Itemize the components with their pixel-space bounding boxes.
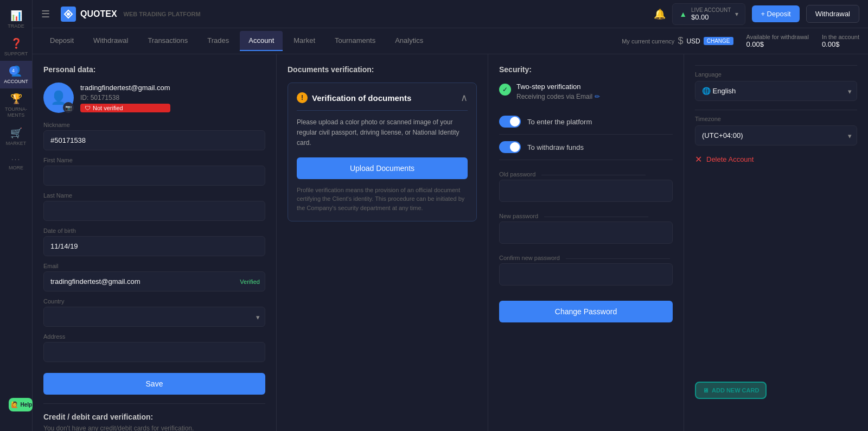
avatar-edit-icon[interactable]: 📷: [63, 102, 74, 113]
panel-personal-data: Personal data: 👤 📷 tradingfindertest@gma…: [33, 54, 277, 431]
email-input[interactable]: [43, 271, 265, 291]
available-block: Available for withdrawal 0.00$: [746, 34, 809, 48]
nickname-label: Nickname: [43, 122, 265, 128]
confirm-password-input[interactable]: [499, 263, 673, 286]
deposit-button[interactable]: + Deposit: [752, 5, 799, 22]
verification-card: ! Verification of documents ∧ Please upl…: [288, 83, 477, 221]
avatar-area: 👤 📷 tradingfindertest@gmail.com ID: 5017…: [43, 83, 265, 113]
info-icon: !: [297, 92, 308, 103]
dollar-icon: $: [678, 35, 683, 47]
topbar: ☰ QUOTEX WEB TRADING PLATFORM 🔔 ▲ LIVE A…: [33, 0, 868, 28]
language-select-wrapper: Language 🌐 English ▾: [695, 65, 857, 101]
enter-platform-toggle-row: To enter the platform: [499, 109, 673, 135]
timezone-select-rel: (UTC+04:00) ▾: [695, 125, 857, 145]
withdrawal-button[interactable]: Withdrawal: [806, 5, 859, 23]
two-step-label: Two-step verification: [516, 83, 600, 91]
timezone-select[interactable]: (UTC+04:00): [695, 125, 857, 145]
svg-point-1: [67, 12, 70, 16]
tab-transactions[interactable]: Transactions: [139, 31, 196, 51]
help-label: Help: [21, 402, 33, 408]
confirm-password-field: Confirm new password: [499, 255, 673, 291]
password-section: Old password New password Confirm new pa…: [499, 171, 673, 322]
dob-input[interactable]: [43, 236, 265, 256]
verified-badge: Verified: [240, 278, 260, 285]
enter-platform-toggle[interactable]: [499, 116, 521, 128]
verification-description: Please upload a color photo or scanned i…: [297, 117, 468, 149]
sidebar-item-tournaments[interactable]: 🏆 TOURNA-MENTS: [0, 88, 32, 123]
sidebar-item-account[interactable]: 👤 4 ACCOUNT: [0, 61, 32, 88]
security-section-title: Security:: [499, 65, 673, 74]
live-account-button[interactable]: ▲ LIVE ACCOUNT $0.00 ▾: [672, 3, 745, 25]
sidebar-item-trade[interactable]: 📊 TRADE: [0, 5, 32, 33]
nickname-field: Nickname: [43, 122, 265, 150]
language-select-rel: 🌐 English ▾: [695, 81, 857, 101]
change-password-button[interactable]: Change Password: [499, 301, 673, 322]
verification-card-title: Verification of documents: [312, 93, 411, 103]
sidebar-item-label: SUPPORT: [4, 51, 28, 56]
user-info: tradingfindertest@gmail.com ID: 50171538…: [80, 84, 170, 112]
tab-trades[interactable]: Trades: [199, 31, 238, 51]
delete-account-button[interactable]: ✕ Delete Account: [695, 154, 857, 164]
currency-block: My current currency $ USD CHANGE: [622, 35, 733, 47]
last-name-input[interactable]: [43, 201, 265, 221]
help-icon: 🙋: [11, 401, 18, 408]
trade-icon: 📊: [10, 10, 22, 22]
tab-deposit[interactable]: Deposit: [41, 31, 82, 51]
new-password-field: New password: [499, 213, 673, 249]
add-card-area: 🖥 ADD NEW CARD: [695, 164, 857, 399]
nickname-input[interactable]: [43, 130, 265, 150]
email-field: Email Verified: [43, 263, 265, 291]
sidebar-item-label: TOURNA-MENTS: [5, 106, 27, 118]
language-select[interactable]: 🌐 English: [695, 81, 857, 101]
collapse-button[interactable]: ∧: [461, 92, 468, 104]
first-name-input[interactable]: [43, 166, 265, 186]
edit-icon[interactable]: ✏: [595, 93, 600, 100]
sidebar-item-support[interactable]: ❓ SUPPORT: [0, 33, 32, 61]
in-account-block: In the account 0.00$: [822, 34, 859, 48]
tab-withdrawal[interactable]: Withdrawal: [85, 31, 137, 51]
save-button[interactable]: Save: [43, 373, 265, 395]
verification-header: ! Verification of documents ∧: [297, 92, 468, 104]
two-step-sub: Receiving codes via Email ✏: [516, 93, 600, 100]
first-name-field: First Name: [43, 157, 265, 186]
tab-account[interactable]: Account: [240, 31, 283, 51]
address-label: Address: [43, 333, 265, 340]
avatar: 👤 📷: [43, 83, 74, 113]
sidebar-item-label: MORE: [9, 165, 23, 170]
currency-label: My current currency: [622, 38, 674, 45]
first-name-label: First Name: [43, 157, 265, 163]
app-logo: QUOTEX WEB TRADING PLATFORM: [61, 7, 201, 22]
old-password-input[interactable]: [499, 180, 673, 202]
add-new-card-button[interactable]: 🖥 ADD NEW CARD: [695, 382, 767, 399]
address-input[interactable]: [43, 342, 265, 362]
upload-documents-button[interactable]: Upload Documents: [297, 157, 468, 179]
chevron-down-icon: ▾: [735, 10, 738, 18]
not-verified-badge: 🛡 Not verified: [80, 104, 170, 112]
withdraw-funds-label: To withdraw funds: [527, 143, 584, 151]
last-name-label: Last Name: [43, 192, 265, 199]
live-dot-icon: ▲: [679, 10, 687, 18]
personal-data-title: Personal data:: [43, 65, 265, 74]
bell-icon[interactable]: 🔔: [654, 8, 666, 20]
new-password-input[interactable]: [499, 221, 673, 244]
currency-value: USD: [686, 37, 700, 45]
tab-market[interactable]: Market: [285, 31, 324, 51]
tab-analytics[interactable]: Analytics: [386, 31, 432, 51]
sidebar-item-more[interactable]: ··· MORE: [0, 150, 32, 175]
sidebar-item-market[interactable]: 🛒 MARKET: [0, 123, 32, 150]
withdraw-funds-toggle[interactable]: [499, 141, 521, 153]
account-balance: $0.00: [691, 13, 731, 21]
market-icon: 🛒: [10, 127, 22, 139]
address-field: Address: [43, 333, 265, 362]
change-currency-button[interactable]: CHANGE: [704, 37, 733, 45]
panel-documents: Documents verification: ! Verification o…: [277, 54, 488, 431]
new-password-label: New password: [499, 213, 673, 219]
hamburger-icon[interactable]: ☰: [41, 8, 50, 20]
help-button[interactable]: 🙋 Help: [9, 398, 33, 411]
verification-title-row: ! Verification of documents: [297, 92, 411, 103]
available-amount: 0.00$: [746, 40, 809, 48]
in-account-amount: 0.00$: [822, 40, 859, 48]
tab-tournaments[interactable]: Tournaments: [326, 31, 384, 51]
credit-title: Credit / debit card verification:: [43, 403, 265, 421]
country-select[interactable]: [43, 307, 265, 327]
